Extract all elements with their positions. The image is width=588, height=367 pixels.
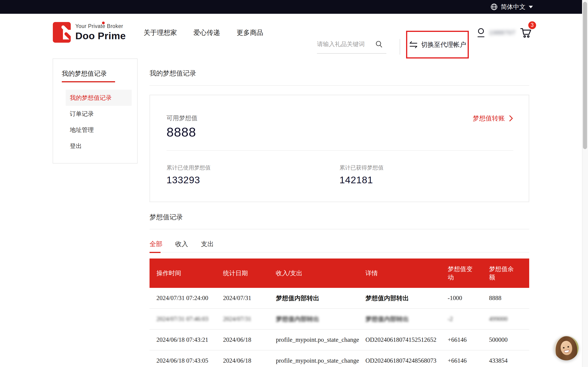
col-header-operation-time: 操作时间 [149,269,223,277]
cell-points-balance: 499000 [489,315,529,323]
tab-income[interactable]: 收入 [175,240,188,252]
switch-to-agent-account-button[interactable]: 切换至代理帐户 [406,31,469,58]
swap-arrows-icon [409,41,418,49]
points-transfer-label: 梦想值转账 [473,114,505,123]
cell-income-expense: 梦想值内部转出 [276,294,365,302]
logo-tagline: Your Private Broker [75,23,126,29]
card-divider [166,150,513,151]
col-header-stat-date: 统计日期 [223,269,276,277]
table-row-blurred: 2024/07/31 07:46:03 2024/07/31 梦想值内部转出 梦… [149,309,529,330]
sidebar-item-my-dream-points[interactable]: 我的梦想值记录 [66,90,132,106]
sidebar-title-underline [62,81,115,82]
logo-brand: Doo Prime [75,30,126,42]
cell-points-balance: 500000 [489,336,529,343]
cell-operation-time: 2024/06/18 07:43:05 [149,357,223,364]
avatar[interactable] [554,336,579,360]
user-account[interactable]: 1988707 [476,14,516,52]
search-input[interactable] [317,41,374,48]
nav-item-about[interactable]: 关于理想家 [144,28,177,37]
logo-i-dot [102,22,105,24]
cell-operation-time: 2024/07/31 07:46:03 [149,315,223,323]
cell-details: 梦想值内部转出 [365,294,448,302]
sidebar-item-order-records[interactable]: 订单记录 [66,106,132,122]
globe-icon [490,3,498,11]
logo[interactable]: Your Private Broker Doo Prime [53,22,126,43]
cell-details: OD20240618074248568073 [365,357,448,364]
records-section-title: 梦想值记录 [149,213,183,222]
username-blurred: 1988707 [489,29,516,36]
points-transfer-link[interactable]: 梦想值转账 [473,114,514,123]
records-table: 操作时间 统计日期 收入/支出 详情 梦想值变动 梦想值余额 2024/07/3… [149,259,529,367]
table-row: 2024/06/18 07:43:21 2024/06/18 profile_m… [149,330,529,350]
sidebar: 我的梦想值记录 我的梦想值记录 订单记录 地址管理 登出 [52,58,138,164]
search-box [317,35,386,54]
sidebar-title: 我的梦想值记录 [62,69,107,78]
cell-income-expense: profile_mypoint.po_state_change [276,357,365,364]
chevron-down-icon [529,6,533,8]
sidebar-item-address-management[interactable]: 地址管理 [66,122,132,138]
topbar: 简体中文 [0,0,582,14]
cell-points-change: +66146 [448,336,489,343]
tab-all[interactable]: 全部 [149,240,162,252]
sidebar-menu: 我的梦想值记录 订单记录 地址管理 登出 [53,90,137,154]
cell-points-change: -2 [448,315,489,323]
used-points-value: 133293 [166,175,211,186]
cell-operation-time: 2024/07/31 07:24:00 [149,294,223,302]
earned-points-value: 142181 [339,175,384,186]
language-label: 简体中文 [501,3,526,11]
cart-button[interactable]: 3 [519,14,532,52]
available-points-label: 可用梦想值 [166,114,198,122]
title-divider [149,85,529,86]
cell-points-balance: 433854 [489,357,529,364]
table-row: 2024/07/31 07:24:00 2024/07/31 梦想值内部转出 梦… [149,288,529,309]
header-divider [400,39,400,55]
cell-income-expense: profile_mypoint.po_state_change [276,336,365,343]
cell-stat-date: 2024/07/31 [223,315,276,323]
used-points-label: 累计已使用梦想值 [166,164,211,171]
cell-details: OD20240618074152512652 [365,336,448,343]
page: 简体中文 Your Private Broker Doo Prime 关于理想家… [0,0,588,367]
records-tabs: 全部 收入 支出 [149,240,529,252]
table-row: 2024/06/18 07:43:05 2024/06/18 profile_m… [149,350,529,367]
nav-item-charity[interactable]: 爱心传递 [193,28,220,37]
user-icon [476,27,486,38]
cell-operation-time: 2024/06/18 07:43:21 [149,336,223,343]
cell-points-change: +66146 [448,357,489,364]
page-title: 我的梦想值记录 [149,69,196,78]
cart-count-badge: 3 [528,21,536,29]
points-summary-card: 可用梦想值 8888 梦想值转账 累计已使用梦想值 133293 累计已获得梦想… [149,95,529,202]
main-nav: 关于理想家 爱心传递 更多商品 [144,14,263,52]
scrollbar-track [582,0,588,367]
nav-item-more-products[interactable]: 更多商品 [237,28,263,37]
sidebar-item-logout[interactable]: 登出 [66,138,132,154]
cell-details: 梦想值内部转出 [365,315,448,323]
cell-income-expense: 梦想值内部转出 [276,315,365,323]
cell-stat-date: 2024/06/18 [223,357,276,364]
col-header-details: 详情 [365,269,448,277]
records-divider [149,229,529,229]
cell-stat-date: 2024/07/31 [223,294,276,302]
chevron-right-icon [508,115,514,122]
switch-to-agent-account-label: 切换至代理帐户 [421,40,466,49]
logo-mark-icon [53,22,71,43]
available-points-value: 8888 [166,125,196,140]
language-selector[interactable]: 简体中文 [490,0,533,14]
table-header-row: 操作时间 统计日期 收入/支出 详情 梦想值变动 梦想值余额 [149,259,529,288]
col-header-income-expense: 收入/支出 [276,269,365,277]
header: Your Private Broker Doo Prime 关于理想家 爱心传递… [0,14,582,52]
cell-points-balance: 8888 [489,294,529,302]
col-header-points-balance: 梦想值余额 [489,265,529,282]
cell-stat-date: 2024/06/18 [223,336,276,343]
col-header-points-change: 梦想值变动 [448,265,489,282]
cell-points-change: -1000 [448,294,489,302]
search-icon[interactable] [375,40,383,48]
scrollbar-thumb[interactable] [583,2,587,149]
tab-expense[interactable]: 支出 [201,240,214,252]
earned-points-label: 累计已获得梦想值 [339,164,384,171]
